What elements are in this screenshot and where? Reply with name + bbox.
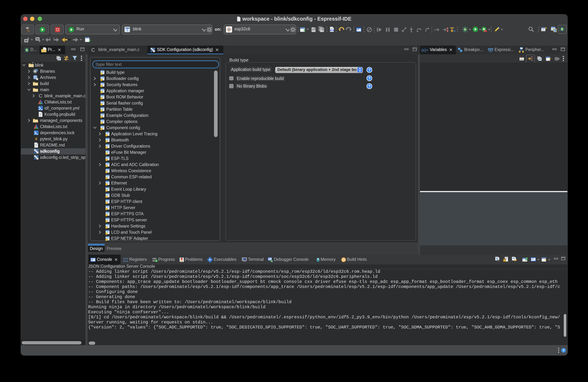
svg-text:C: C [126,28,128,32]
